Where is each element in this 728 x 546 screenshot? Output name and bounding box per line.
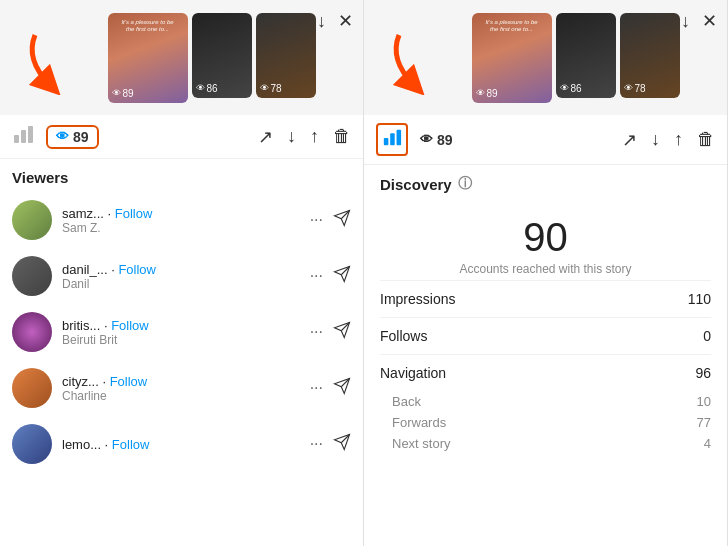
sub-metric-back: Back 10 (380, 391, 711, 412)
viewer-item: samz... · Follow Sam Z. ··· (0, 192, 363, 248)
story-thumbnails-right: It's a pleasure to bethe first one to...… (472, 13, 680, 103)
more-icon[interactable]: ··· (310, 211, 323, 229)
download-button-left[interactable]: ↓ (315, 8, 328, 34)
svg-rect-1 (14, 135, 19, 143)
viewer-item: lemo... · Follow ··· (0, 416, 363, 472)
more-icon[interactable]: ··· (310, 267, 323, 285)
follow-link[interactable]: Follow (118, 262, 156, 277)
send-icon[interactable] (333, 377, 351, 399)
follow-link[interactable]: Follow (112, 437, 150, 452)
viewer-actions: ··· (310, 377, 351, 399)
close-button-right[interactable]: ✕ (700, 8, 719, 34)
thumb-label-left: 👁 89 (112, 88, 134, 99)
info-icon[interactable]: ⓘ (458, 175, 472, 193)
views-count-left: 89 (73, 129, 89, 145)
story-overlay-right: It's a pleasure to bethe first one to... (474, 17, 550, 35)
thumb-label3-left: 👁 78 (260, 83, 282, 94)
more-icon[interactable]: ··· (310, 323, 323, 341)
sub-metric-forwards: Forwards 77 (380, 412, 711, 433)
avatar (12, 200, 52, 240)
follow-link[interactable]: Follow (110, 374, 148, 389)
download-icon-left[interactable]: ↓ (287, 126, 296, 148)
top-icons-right: ↓ ✕ (679, 8, 719, 34)
avatar (12, 368, 52, 408)
viewer-handle: Sam Z. (62, 221, 300, 235)
thumb-2-right: 👁 86 (556, 13, 616, 98)
viewer-actions: ··· (310, 321, 351, 343)
viewer-handle: Charline (62, 389, 300, 403)
follow-link[interactable]: Follow (115, 206, 153, 221)
stats-bar-left: 👁 89 ↗ ↓ ↑ 🗑 (0, 115, 363, 159)
discovery-section: Discovery ⓘ 90 Accounts reached with thi… (364, 165, 727, 546)
send-icon[interactable] (333, 433, 351, 455)
avatar (12, 312, 52, 352)
close-button-left[interactable]: ✕ (336, 8, 355, 34)
viewer-name: samz... · Follow (62, 206, 300, 221)
thumb-label2-left: 👁 86 (196, 83, 218, 94)
viewer-name: britis... · Follow (62, 318, 300, 333)
viewer-list: samz... · Follow Sam Z. ··· danil_... · … (0, 192, 363, 546)
arrow-icon-right (379, 25, 449, 99)
thumb-label2-right: 👁 86 (560, 83, 582, 94)
action-icons-right: ↗ ↓ ↑ 🗑 (622, 129, 715, 151)
viewer-info: samz... · Follow Sam Z. (62, 206, 300, 235)
views-count-right: 👁 89 (420, 132, 453, 148)
story-overlay-left: It's a pleasure to bethe first one to... (110, 17, 186, 35)
viewer-handle: Beiruti Brit (62, 333, 300, 347)
svg-rect-5 (384, 138, 389, 145)
top-icons-left: ↓ ✕ (315, 8, 355, 34)
eye-icon-left: 👁 (56, 129, 69, 144)
download-button-right[interactable]: ↓ (679, 8, 692, 34)
trend-icon-left[interactable]: ↗ (258, 126, 273, 148)
viewer-actions: ··· (310, 265, 351, 287)
story-preview-left: ↓ ✕ It's a pleasure to bethe first one t… (0, 0, 363, 115)
thumb-label3-right: 👁 78 (624, 83, 646, 94)
viewer-actions: ··· (310, 209, 351, 231)
reach-count-block: 90 Accounts reached with this story (380, 199, 711, 280)
thumb-3-right: 👁 78 (620, 13, 680, 98)
delete-icon-right[interactable]: 🗑 (697, 129, 715, 151)
viewer-item: cityz... · Follow Charline ··· (0, 360, 363, 416)
more-icon[interactable]: ··· (310, 379, 323, 397)
reach-number: 90 (380, 215, 711, 260)
viewer-info: cityz... · Follow Charline (62, 374, 300, 403)
viewer-name: cityz... · Follow (62, 374, 300, 389)
bar-chart-icon-left[interactable] (12, 123, 34, 150)
viewer-item: danil_... · Follow Danil ··· (0, 248, 363, 304)
action-icons-left: ↗ ↓ ↑ 🗑 (258, 126, 351, 148)
avatar (12, 256, 52, 296)
viewer-info: britis... · Follow Beiruti Brit (62, 318, 300, 347)
send-icon[interactable] (333, 265, 351, 287)
send-icon[interactable] (333, 321, 351, 343)
viewer-item: britis... · Follow Beiruti Brit ··· (0, 304, 363, 360)
viewer-name: danil_... · Follow (62, 262, 300, 277)
story-thumbnails-left: It's a pleasure to bethe first one to...… (108, 13, 316, 103)
thumb-3-left: 👁 78 (256, 13, 316, 98)
viewers-count-badge: 👁 89 (46, 125, 99, 149)
more-icon[interactable]: ··· (310, 435, 323, 453)
metric-impressions: Impressions 110 (380, 280, 711, 317)
viewer-info: lemo... · Follow (62, 437, 300, 452)
download-icon-right[interactable]: ↓ (651, 129, 660, 151)
left-panel: ↓ ✕ It's a pleasure to bethe first one t… (0, 0, 364, 546)
thumb-2-left: 👁 86 (192, 13, 252, 98)
avatar (12, 424, 52, 464)
viewer-info: danil_... · Follow Danil (62, 262, 300, 291)
svg-rect-3 (28, 126, 33, 143)
follow-link[interactable]: Follow (111, 318, 149, 333)
viewer-name: lemo... · Follow (62, 437, 300, 452)
trend-icon-right[interactable]: ↗ (622, 129, 637, 151)
bar-chart-icon-right[interactable] (376, 123, 408, 156)
viewer-handle: Danil (62, 277, 300, 291)
right-panel: ↓ ✕ It's a pleasure to bethe first one t… (364, 0, 728, 546)
viewers-header: Viewers (0, 159, 363, 192)
send-icon[interactable] (333, 209, 351, 231)
svg-rect-6 (390, 133, 395, 145)
story-preview-right: ↓ ✕ It's a pleasure to bethe first one t… (364, 0, 727, 115)
share-icon-left[interactable]: ↑ (310, 126, 319, 148)
svg-rect-7 (397, 130, 402, 145)
delete-icon-left[interactable]: 🗑 (333, 126, 351, 148)
thumb-main-right: It's a pleasure to bethe first one to...… (472, 13, 552, 103)
viewer-actions: ··· (310, 433, 351, 455)
share-icon-right[interactable]: ↑ (674, 129, 683, 151)
